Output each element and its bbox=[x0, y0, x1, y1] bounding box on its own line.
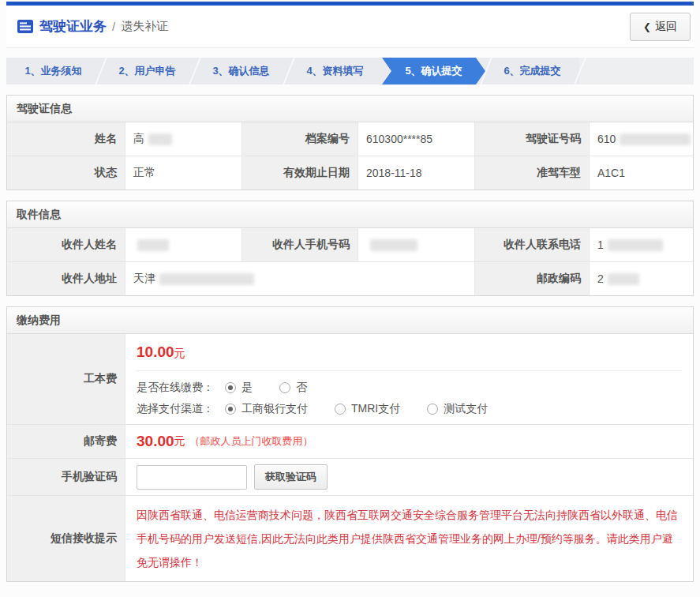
radio-channel-tmri[interactable]: TMRI支付 bbox=[335, 402, 400, 416]
mail-fee-content: 30.00元 （邮政人员上门收取费用） bbox=[125, 425, 693, 458]
radio-checked-icon bbox=[225, 382, 236, 393]
license-info-section: 驾驶证信息 姓名 高 档案编号 610300****85 驾驶证号码 610 状… bbox=[6, 95, 694, 190]
step-label: 6、完成提交 bbox=[503, 64, 560, 78]
recipient-phone-value: 1 bbox=[590, 228, 693, 261]
step-tab-4[interactable]: 4、资料填写 bbox=[288, 58, 382, 84]
breadcrumb: 驾驶证业务 / 遗失补证 bbox=[17, 17, 168, 36]
recipient-phone-label: 收件人联系电话 bbox=[475, 228, 590, 261]
online-pay-question: 是否在线缴费： bbox=[137, 381, 214, 395]
step-tab-1[interactable]: 1、业务须知 bbox=[6, 58, 100, 84]
sms-code-content: 获取验证码 bbox=[125, 459, 693, 495]
sms-notice-content: 因陕西省联通、电信运营商技术问题，陕西省互联网交通安全综合服务管理平台无法向持陕… bbox=[125, 496, 693, 581]
redacted-blur bbox=[620, 133, 691, 145]
recipient-mobile-value bbox=[358, 228, 475, 261]
radio-label: 否 bbox=[296, 381, 307, 395]
recipient-name-label: 收件人姓名 bbox=[7, 228, 125, 261]
sms-notice-label: 短信接收提示 bbox=[7, 496, 125, 581]
redacted-blur bbox=[148, 133, 172, 145]
base-fee-content: 10.00元 是否在线缴费： 是 否 选择支付渠道： bbox=[125, 334, 693, 424]
mail-fee-note: （邮政人员上门收取费用） bbox=[190, 434, 313, 449]
mail-fee-row: 邮寄费 30.00元 （邮政人员上门收取费用） bbox=[7, 424, 693, 458]
status-label: 状态 bbox=[7, 156, 125, 190]
chevron-left-icon: ❮ bbox=[643, 21, 651, 32]
breadcrumb-current: 遗失补证 bbox=[121, 19, 168, 34]
vehicle-class-label: 准驾车型 bbox=[475, 156, 590, 190]
step-label: 5、确认提交 bbox=[405, 64, 462, 78]
step-label: 3、确认信息 bbox=[212, 64, 269, 78]
radio-unchecked-icon bbox=[279, 382, 290, 393]
radio-unchecked-icon bbox=[335, 404, 346, 415]
pickup-section-title: 取件信息 bbox=[7, 201, 693, 228]
base-fee-amount: 10.00 bbox=[137, 344, 174, 360]
sms-code-input[interactable] bbox=[137, 465, 247, 490]
radio-label: 测试支付 bbox=[444, 402, 488, 416]
payment-section: 缴纳费用 工本费 10.00元 是否在线缴费： 是 否 bbox=[6, 306, 694, 582]
mail-fee-unit: 元 bbox=[174, 434, 185, 449]
step-label: 4、资料填写 bbox=[306, 64, 363, 78]
page-header: 驾驶证业务 / 遗失补证 ❮ 返回 bbox=[6, 6, 694, 48]
mail-fee-label: 邮寄费 bbox=[7, 425, 125, 458]
table-row: 姓名 高 档案编号 610300****85 驾驶证号码 610 bbox=[7, 122, 693, 156]
name-value: 高 bbox=[125, 122, 242, 156]
channel-line: 选择支付渠道： 工商银行支付 TMRI支付 测试支付 bbox=[137, 402, 682, 416]
mail-fee-amount: 30.00 bbox=[137, 433, 174, 450]
base-fee-unit: 元 bbox=[174, 347, 185, 359]
channel-question: 选择支付渠道： bbox=[137, 402, 214, 416]
license-form-icon bbox=[17, 20, 33, 33]
recipient-address-label: 收件人地址 bbox=[7, 262, 125, 295]
radio-checked-icon bbox=[225, 404, 236, 415]
step-label: 1、业务须知 bbox=[24, 64, 81, 78]
redacted-blur bbox=[370, 239, 417, 251]
step-progress-bar: 1、业务须知 2、用户申告 3、确认信息 4、资料填写 5、确认提交 6、完成提… bbox=[6, 58, 694, 84]
redacted-blur bbox=[137, 239, 169, 251]
payment-section-title: 缴纳费用 bbox=[7, 307, 693, 334]
steps-filler bbox=[579, 58, 694, 84]
file-number-value: 610300****85 bbox=[358, 122, 475, 156]
recipient-name-value bbox=[125, 228, 242, 261]
redacted-blur bbox=[159, 273, 254, 285]
radio-online-no[interactable]: 否 bbox=[279, 381, 307, 395]
license-section-title: 驾驶证信息 bbox=[7, 96, 693, 122]
radio-unchecked-icon bbox=[427, 404, 438, 415]
sms-notice-text: 因陕西省联通、电信运营商技术问题，陕西省互联网交通安全综合服务管理平台无法向持陕… bbox=[137, 503, 680, 574]
vehicle-class-value: A1C1 bbox=[590, 156, 693, 190]
redacted-blur bbox=[608, 239, 663, 251]
radio-label: 工商银行支付 bbox=[241, 402, 308, 416]
pickup-info-section: 取件信息 收件人姓名 收件人手机号码 收件人联系电话 1 收件人地址 天津 邮政… bbox=[6, 201, 694, 296]
radio-online-yes[interactable]: 是 bbox=[225, 381, 253, 395]
name-label: 姓名 bbox=[7, 122, 125, 156]
table-row: 收件人地址 天津 邮政编码 2 bbox=[7, 261, 693, 295]
sms-code-label: 手机验证码 bbox=[7, 459, 125, 495]
base-fee-amount-line: 10.00元 bbox=[137, 344, 682, 361]
breadcrumb-separator: / bbox=[112, 20, 115, 33]
sms-notice-row: 短信接收提示 因陕西省联通、电信运营商技术问题，陕西省互联网交通安全综合服务管理… bbox=[7, 495, 693, 581]
recipient-mobile-label: 收件人手机号码 bbox=[242, 228, 358, 261]
get-code-button[interactable]: 获取验证码 bbox=[254, 464, 328, 490]
back-button-label: 返回 bbox=[655, 20, 677, 34]
postal-code-value: 2 bbox=[590, 262, 693, 295]
radio-label: TMRI支付 bbox=[351, 402, 400, 416]
step-label: 2、用户申告 bbox=[118, 64, 175, 78]
page: 驾驶证业务 / 遗失补证 ❮ 返回 1、业务须知 2、用户申告 3、确认信息 4… bbox=[0, 0, 700, 597]
radio-label: 是 bbox=[241, 381, 253, 395]
expiry-label: 有效期止日期 bbox=[242, 156, 358, 190]
status-value: 正常 bbox=[125, 156, 242, 190]
step-tab-5-active[interactable]: 5、确认提交 bbox=[382, 58, 485, 84]
license-number-label: 驾驶证号码 bbox=[475, 122, 590, 156]
back-button[interactable]: ❮ 返回 bbox=[630, 13, 691, 41]
base-fee-row: 工本费 10.00元 是否在线缴费： 是 否 bbox=[7, 334, 693, 424]
step-tab-6[interactable]: 6、完成提交 bbox=[485, 58, 579, 84]
table-row: 状态 正常 有效期止日期 2018-11-18 准驾车型 A1C1 bbox=[7, 156, 693, 190]
postal-code-label: 邮政编码 bbox=[475, 262, 590, 295]
radio-channel-test[interactable]: 测试支付 bbox=[427, 402, 488, 416]
page-title: 驾驶证业务 bbox=[39, 17, 107, 36]
radio-channel-icbc[interactable]: 工商银行支付 bbox=[225, 402, 308, 416]
divider bbox=[137, 370, 682, 371]
step-tab-3[interactable]: 3、确认信息 bbox=[194, 58, 288, 84]
expiry-value: 2018-11-18 bbox=[358, 156, 475, 190]
file-number-label: 档案编号 bbox=[242, 122, 358, 156]
online-pay-line: 是否在线缴费： 是 否 bbox=[137, 381, 682, 395]
step-tab-2[interactable]: 2、用户申告 bbox=[100, 58, 194, 84]
sms-code-row: 手机验证码 获取验证码 bbox=[7, 458, 693, 495]
recipient-address-value: 天津 bbox=[125, 262, 475, 295]
